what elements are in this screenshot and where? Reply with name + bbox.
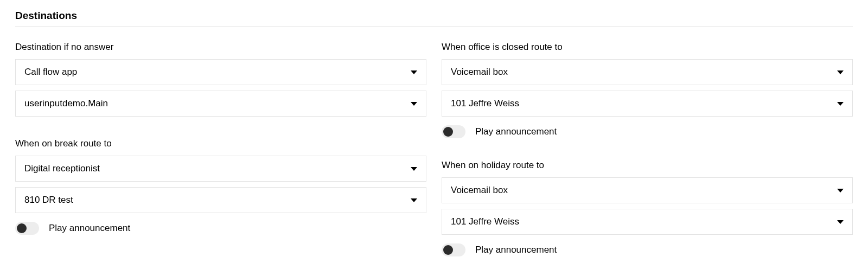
chevron-down-icon bbox=[837, 189, 844, 192]
select-on-break-type[interactable]: Digital receptionist bbox=[15, 156, 426, 182]
select-value: Voicemail box bbox=[451, 67, 508, 78]
label-office-closed: When office is closed route to bbox=[442, 42, 853, 53]
select-no-answer-type[interactable]: Call flow app bbox=[15, 59, 426, 85]
select-value: 101 Jeffre Weiss bbox=[451, 216, 519, 227]
select-on-break-target[interactable]: 810 DR test bbox=[15, 187, 426, 213]
toggle-knob bbox=[443, 245, 453, 255]
select-value: 101 Jeffre Weiss bbox=[451, 98, 519, 109]
toggle-on-holiday-announcement[interactable] bbox=[442, 243, 465, 256]
column-left: Destination if no answer Call flow app u… bbox=[15, 42, 426, 276]
chevron-down-icon bbox=[411, 198, 417, 202]
toggle-label-on-break: Play announcement bbox=[49, 223, 130, 234]
field-on-break: When on break route to Digital reception… bbox=[15, 138, 426, 235]
select-on-holiday-target[interactable]: 101 Jeffre Weiss bbox=[442, 209, 853, 235]
field-no-answer: Destination if no answer Call flow app u… bbox=[15, 42, 426, 117]
select-no-answer-target[interactable]: userinputdemo.Main bbox=[15, 91, 426, 117]
chevron-down-icon bbox=[411, 70, 417, 74]
select-office-closed-target[interactable]: 101 Jeffre Weiss bbox=[442, 91, 853, 117]
chevron-down-icon bbox=[411, 167, 417, 171]
select-value: Call flow app bbox=[24, 67, 77, 78]
toggle-label-office-closed: Play announcement bbox=[475, 126, 557, 137]
column-right: When office is closed route to Voicemail… bbox=[442, 42, 853, 276]
select-on-holiday-type[interactable]: Voicemail box bbox=[442, 177, 853, 203]
field-office-closed: When office is closed route to Voicemail… bbox=[442, 42, 853, 138]
label-on-holiday: When on holiday route to bbox=[442, 160, 853, 171]
label-on-break: When on break route to bbox=[15, 138, 426, 149]
toggle-office-closed-announcement[interactable] bbox=[442, 125, 465, 138]
chevron-down-icon bbox=[411, 102, 417, 106]
chevron-down-icon bbox=[837, 220, 844, 224]
toggle-on-break-announcement[interactable] bbox=[15, 222, 39, 235]
toggle-label-on-holiday: Play announcement bbox=[475, 245, 557, 255]
label-no-answer: Destination if no answer bbox=[15, 42, 426, 53]
field-on-holiday: When on holiday route to Voicemail box 1… bbox=[442, 160, 853, 256]
select-value: 810 DR test bbox=[24, 195, 73, 206]
select-value: Digital receptionist bbox=[24, 163, 100, 174]
select-value: Voicemail box bbox=[451, 185, 508, 196]
select-office-closed-type[interactable]: Voicemail box bbox=[442, 59, 853, 85]
toggle-knob bbox=[443, 127, 453, 137]
select-value: userinputdemo.Main bbox=[24, 98, 108, 109]
section-title-destinations: Destinations bbox=[15, 10, 853, 27]
chevron-down-icon bbox=[837, 70, 844, 74]
toggle-knob bbox=[17, 223, 27, 233]
chevron-down-icon bbox=[837, 102, 844, 106]
